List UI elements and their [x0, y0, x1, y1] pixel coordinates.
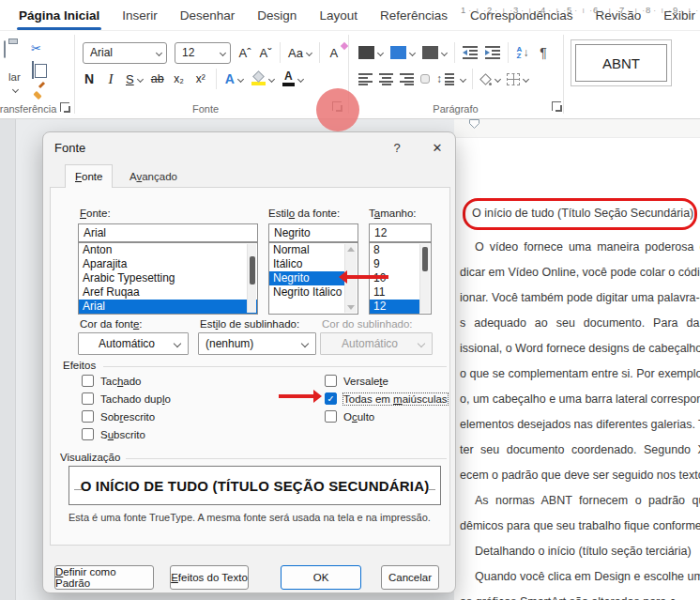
align-right-button[interactable] — [400, 68, 414, 90]
checkbox-tachado[interactable]: Tachado — [82, 374, 142, 388]
underline-button[interactable]: S — [126, 68, 143, 90]
subscript-button[interactable]: x₂ — [173, 68, 186, 90]
chevron-down-icon[interactable] — [137, 75, 144, 82]
list-item[interactable]: Negrito Itálico — [269, 285, 346, 300]
shrink-font-button[interactable]: Aˇ — [259, 41, 272, 64]
shading-button[interactable] — [479, 68, 500, 90]
style-gallery-item-abnt[interactable]: ABNT — [571, 39, 672, 86]
close-icon[interactable]: ✕ — [426, 138, 449, 157]
font-size-combobox[interactable]: 12 — [175, 42, 231, 64]
list-item-selected[interactable]: Arial — [79, 300, 257, 314]
set-as-default-button[interactable]: Definir como Padrão — [54, 565, 154, 590]
paragraph-dialog-launcher-icon[interactable] — [552, 101, 561, 111]
chevron-down-icon[interactable] — [301, 340, 309, 347]
text-effects-dialog-button[interactable]: Efeitos do Texto — [170, 565, 249, 590]
scrollbar[interactable] — [419, 244, 430, 313]
tab-desenhar[interactable]: Desenhar — [169, 0, 247, 30]
ok-button[interactable]: OK — [281, 565, 361, 590]
checkbox-todas-em-maiusculas[interactable]: ✓ Todas em maiúsculas — [325, 392, 448, 406]
help-icon[interactable]: ? — [388, 139, 405, 156]
chevron-down-icon[interactable] — [268, 75, 275, 82]
chevron-down-icon[interactable] — [495, 75, 501, 82]
chevron-down-icon[interactable] — [377, 49, 384, 55]
paste-icon[interactable] — [4, 40, 6, 58]
checkbox-box[interactable] — [325, 375, 337, 387]
align-left-button[interactable] — [358, 68, 373, 90]
list-item[interactable]: 9 — [370, 257, 419, 271]
first-line-indent-marker[interactable] — [469, 119, 479, 129]
grow-font-button[interactable]: Aˆ — [238, 41, 251, 64]
list-item-selected[interactable]: 12 — [370, 300, 419, 314]
chevron-down-icon[interactable] — [409, 49, 416, 55]
chevron-down-icon[interactable] — [12, 86, 19, 93]
font-name-listbox[interactable]: Anton Aparajita Arabic Typesetting Aref … — [78, 242, 258, 315]
checkbox-oculto[interactable]: Oculto — [325, 409, 374, 423]
scroll-up-icon[interactable] — [347, 247, 355, 252]
checkbox-box[interactable] — [82, 392, 94, 405]
checkbox-box[interactable] — [82, 410, 94, 423]
italic-button[interactable]: I — [104, 68, 117, 90]
chevron-down-icon[interactable] — [220, 49, 226, 55]
dialog-tab-avancado[interactable]: Avançado — [120, 164, 187, 188]
paste-button-label[interactable]: lar — [8, 71, 21, 83]
list-item-selected[interactable]: Negrito — [269, 271, 346, 285]
clear-formatting-button[interactable]: A — [327, 41, 341, 64]
chevron-down-icon[interactable] — [237, 75, 244, 82]
chevron-down-icon[interactable] — [297, 75, 304, 82]
scrollbar-thumb[interactable] — [422, 247, 428, 271]
checkbox-box[interactable] — [325, 410, 337, 423]
checkbox-subscrito[interactable]: Subscrito — [82, 427, 145, 441]
list-item[interactable]: 11 — [370, 285, 419, 300]
multilevel-list-button[interactable] — [422, 41, 447, 64]
change-case-button[interactable]: Aa — [288, 41, 312, 64]
font-size-input[interactable]: 12 — [369, 223, 432, 242]
font-name-input[interactable]: Arial — [78, 223, 258, 242]
line-spacing-button[interactable]: ↕ — [436, 68, 465, 90]
tab-design[interactable]: Design — [246, 0, 308, 30]
strikethrough-button[interactable]: ab — [151, 68, 164, 90]
chevron-down-icon[interactable] — [460, 75, 466, 82]
checkbox-box[interactable] — [82, 428, 94, 440]
superscript-button[interactable]: x² — [194, 68, 207, 90]
font-style-input[interactable]: Negrito — [268, 223, 358, 242]
scrollbar-thumb[interactable] — [250, 256, 255, 285]
underline-style-dropdown[interactable]: (nenhum) — [198, 332, 316, 355]
tab-referencias[interactable]: Referências — [369, 0, 459, 30]
increase-indent-button[interactable] — [485, 41, 500, 64]
font-name-combobox[interactable]: Arial — [83, 42, 167, 64]
list-item[interactable]: 8 — [370, 243, 419, 257]
font-color-dropdown[interactable]: Automático — [78, 332, 189, 355]
bold-button[interactable]: N — [83, 68, 96, 90]
numbering-button[interactable] — [390, 41, 415, 64]
sort-button[interactable]: AZ↓ — [516, 41, 529, 64]
list-item[interactable]: Aparajita — [79, 257, 257, 271]
text-effects-button[interactable]: A — [225, 68, 243, 90]
tab-layout[interactable]: Layout — [308, 0, 369, 30]
chevron-down-icon[interactable] — [441, 49, 448, 55]
clipboard-dialog-launcher-icon[interactable] — [60, 102, 69, 112]
chevron-down-icon[interactable] — [174, 340, 181, 347]
bullets-button[interactable] — [358, 41, 383, 64]
decrease-indent-button[interactable] — [463, 41, 478, 64]
list-item[interactable]: Normal — [269, 243, 346, 257]
chevron-down-icon[interactable] — [156, 49, 162, 55]
dialog-tab-fonte[interactable]: Fonte — [65, 164, 113, 188]
scroll-down-icon[interactable] — [347, 305, 355, 310]
list-item[interactable]: Aref Ruqaa — [79, 285, 257, 300]
cancel-button[interactable]: Cancelar — [381, 565, 439, 590]
align-center-button[interactable] — [379, 68, 393, 90]
cut-icon[interactable]: ✂ — [31, 41, 41, 55]
checkbox-box-checked[interactable]: ✓ — [325, 392, 337, 405]
justify-button[interactable] — [420, 74, 430, 84]
chevron-down-icon[interactable] — [523, 75, 529, 82]
list-item[interactable]: Itálico — [269, 257, 346, 271]
checkbox-tachado-duplo[interactable]: Tachado duplo — [82, 392, 171, 406]
tab-pagina-inicial[interactable]: Página Inicial — [8, 0, 111, 30]
checkbox-versalete[interactable]: Versalete — [325, 374, 388, 388]
horizontal-ruler[interactable] — [454, 119, 700, 138]
highlight-color-button[interactable] — [251, 68, 274, 90]
font-color-button[interactable]: A — [282, 68, 303, 90]
paragraph-marks-button[interactable]: ¶ — [537, 41, 550, 64]
checkbox-sobrescrito[interactable]: Sobrescrito — [82, 409, 155, 423]
checkbox-box[interactable] — [82, 375, 94, 387]
